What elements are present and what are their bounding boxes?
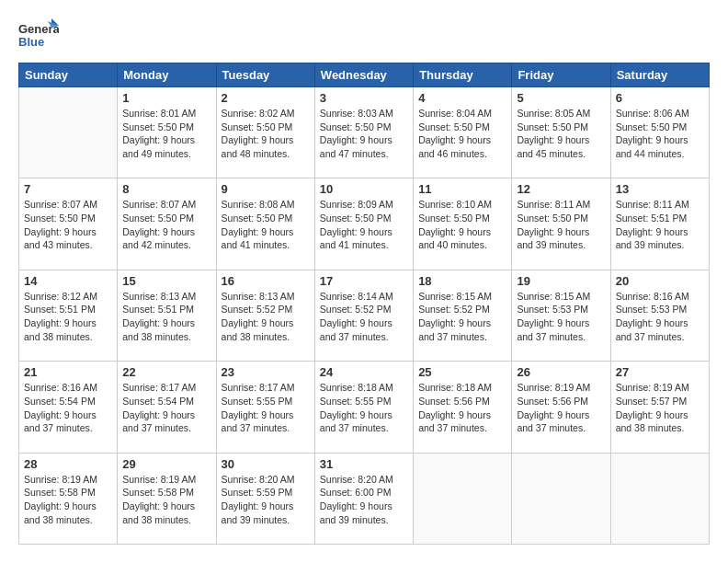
day-number: 5 <box>517 91 605 105</box>
calendar-cell: 1Sunrise: 8:01 AM Sunset: 5:50 PM Daylig… <box>118 87 216 178</box>
calendar-cell: 23Sunrise: 8:17 AM Sunset: 5:55 PM Dayli… <box>216 362 314 453</box>
day-info: Sunrise: 8:20 AM Sunset: 6:00 PM Dayligh… <box>320 473 408 527</box>
day-info: Sunrise: 8:19 AM Sunset: 5:58 PM Dayligh… <box>122 473 210 527</box>
calendar-week-5: 28Sunrise: 8:19 AM Sunset: 5:58 PM Dayli… <box>19 453 710 544</box>
calendar-cell: 29Sunrise: 8:19 AM Sunset: 5:58 PM Dayli… <box>118 453 216 544</box>
header: General Blue <box>18 18 710 52</box>
day-info: Sunrise: 8:07 AM Sunset: 5:50 PM Dayligh… <box>122 198 210 252</box>
day-number: 20 <box>616 274 704 288</box>
day-of-week-saturday: Saturday <box>610 63 709 87</box>
page: General Blue SundayMondayTuesdayWednesda… <box>0 0 728 563</box>
day-info: Sunrise: 8:11 AM Sunset: 5:50 PM Dayligh… <box>517 198 605 252</box>
calendar-cell: 22Sunrise: 8:17 AM Sunset: 5:54 PM Dayli… <box>118 362 216 453</box>
day-info: Sunrise: 8:01 AM Sunset: 5:50 PM Dayligh… <box>122 107 210 161</box>
day-number: 21 <box>24 365 112 379</box>
day-number: 24 <box>320 365 408 379</box>
calendar-cell: 7Sunrise: 8:07 AM Sunset: 5:50 PM Daylig… <box>19 178 118 270</box>
calendar-cell: 20Sunrise: 8:16 AM Sunset: 5:53 PM Dayli… <box>610 270 709 361</box>
calendar-cell: 3Sunrise: 8:03 AM Sunset: 5:50 PM Daylig… <box>314 87 413 178</box>
logo: General Blue <box>18 18 59 52</box>
day-of-week-wednesday: Wednesday <box>314 63 413 87</box>
calendar-cell <box>512 453 610 544</box>
day-number: 18 <box>418 274 506 288</box>
calendar-week-3: 14Sunrise: 8:12 AM Sunset: 5:51 PM Dayli… <box>19 270 710 361</box>
day-number: 8 <box>122 182 210 196</box>
day-info: Sunrise: 8:09 AM Sunset: 5:50 PM Dayligh… <box>320 198 408 252</box>
calendar-cell: 30Sunrise: 8:20 AM Sunset: 5:59 PM Dayli… <box>216 453 314 544</box>
day-info: Sunrise: 8:20 AM Sunset: 5:59 PM Dayligh… <box>222 473 310 527</box>
calendar-cell: 15Sunrise: 8:13 AM Sunset: 5:51 PM Dayli… <box>118 270 216 361</box>
day-info: Sunrise: 8:14 AM Sunset: 5:52 PM Dayligh… <box>320 290 408 344</box>
day-info: Sunrise: 8:02 AM Sunset: 5:50 PM Dayligh… <box>222 107 310 161</box>
calendar-week-4: 21Sunrise: 8:16 AM Sunset: 5:54 PM Dayli… <box>19 362 710 453</box>
day-number: 22 <box>122 365 210 379</box>
calendar-cell: 4Sunrise: 8:04 AM Sunset: 5:50 PM Daylig… <box>414 87 512 178</box>
day-number: 30 <box>222 457 310 471</box>
calendar-cell: 17Sunrise: 8:14 AM Sunset: 5:52 PM Dayli… <box>314 270 413 361</box>
calendar-cell: 10Sunrise: 8:09 AM Sunset: 5:50 PM Dayli… <box>314 178 413 270</box>
calendar-cell: 16Sunrise: 8:13 AM Sunset: 5:52 PM Dayli… <box>216 270 314 361</box>
day-info: Sunrise: 8:03 AM Sunset: 5:50 PM Dayligh… <box>320 107 408 161</box>
day-info: Sunrise: 8:15 AM Sunset: 5:52 PM Dayligh… <box>418 290 506 344</box>
day-of-week-friday: Friday <box>512 63 610 87</box>
calendar-cell: 26Sunrise: 8:19 AM Sunset: 5:56 PM Dayli… <box>512 362 610 453</box>
day-number: 28 <box>24 457 112 471</box>
calendar-cell: 27Sunrise: 8:19 AM Sunset: 5:57 PM Dayli… <box>610 362 709 453</box>
day-number: 10 <box>320 182 408 196</box>
day-info: Sunrise: 8:18 AM Sunset: 5:55 PM Dayligh… <box>320 381 408 435</box>
day-number: 11 <box>418 182 506 196</box>
calendar-cell: 21Sunrise: 8:16 AM Sunset: 5:54 PM Dayli… <box>19 362 118 453</box>
calendar-week-1: 1Sunrise: 8:01 AM Sunset: 5:50 PM Daylig… <box>19 87 710 178</box>
day-info: Sunrise: 8:16 AM Sunset: 5:53 PM Dayligh… <box>616 290 704 344</box>
day-of-week-thursday: Thursday <box>414 63 512 87</box>
day-number: 17 <box>320 274 408 288</box>
calendar-cell: 5Sunrise: 8:05 AM Sunset: 5:50 PM Daylig… <box>512 87 610 178</box>
calendar-cell: 18Sunrise: 8:15 AM Sunset: 5:52 PM Dayli… <box>414 270 512 361</box>
day-info: Sunrise: 8:15 AM Sunset: 5:53 PM Dayligh… <box>517 290 605 344</box>
calendar-cell: 14Sunrise: 8:12 AM Sunset: 5:51 PM Dayli… <box>19 270 118 361</box>
day-info: Sunrise: 8:13 AM Sunset: 5:51 PM Dayligh… <box>122 290 210 344</box>
day-of-week-sunday: Sunday <box>19 63 118 87</box>
calendar-cell: 13Sunrise: 8:11 AM Sunset: 5:51 PM Dayli… <box>610 178 709 270</box>
calendar-cell: 2Sunrise: 8:02 AM Sunset: 5:50 PM Daylig… <box>216 87 314 178</box>
calendar-week-2: 7Sunrise: 8:07 AM Sunset: 5:50 PM Daylig… <box>19 178 710 270</box>
calendar-cell: 31Sunrise: 8:20 AM Sunset: 6:00 PM Dayli… <box>314 453 413 544</box>
day-info: Sunrise: 8:04 AM Sunset: 5:50 PM Dayligh… <box>418 107 506 161</box>
day-number: 25 <box>418 365 506 379</box>
day-number: 4 <box>418 91 506 105</box>
day-info: Sunrise: 8:19 AM Sunset: 5:56 PM Dayligh… <box>517 381 605 435</box>
day-number: 15 <box>122 274 210 288</box>
day-number: 6 <box>616 91 704 105</box>
calendar-header-row: SundayMondayTuesdayWednesdayThursdayFrid… <box>19 63 710 87</box>
calendar-cell: 12Sunrise: 8:11 AM Sunset: 5:50 PM Dayli… <box>512 178 610 270</box>
day-info: Sunrise: 8:06 AM Sunset: 5:50 PM Dayligh… <box>616 107 704 161</box>
calendar-cell <box>19 87 118 178</box>
day-info: Sunrise: 8:05 AM Sunset: 5:50 PM Dayligh… <box>517 107 605 161</box>
day-number: 1 <box>122 91 210 105</box>
day-number: 23 <box>222 365 310 379</box>
day-number: 9 <box>222 182 310 196</box>
day-number: 3 <box>320 91 408 105</box>
day-number: 29 <box>122 457 210 471</box>
calendar-cell <box>414 453 512 544</box>
calendar-cell <box>610 453 709 544</box>
day-info: Sunrise: 8:19 AM Sunset: 5:58 PM Dayligh… <box>24 473 112 527</box>
day-number: 19 <box>517 274 605 288</box>
day-number: 12 <box>517 182 605 196</box>
day-info: Sunrise: 8:19 AM Sunset: 5:57 PM Dayligh… <box>616 381 704 435</box>
day-info: Sunrise: 8:11 AM Sunset: 5:51 PM Dayligh… <box>616 198 704 252</box>
day-info: Sunrise: 8:08 AM Sunset: 5:50 PM Dayligh… <box>222 198 310 252</box>
day-of-week-monday: Monday <box>118 63 216 87</box>
calendar-cell: 8Sunrise: 8:07 AM Sunset: 5:50 PM Daylig… <box>118 178 216 270</box>
calendar-cell: 11Sunrise: 8:10 AM Sunset: 5:50 PM Dayli… <box>414 178 512 270</box>
calendar-cell: 6Sunrise: 8:06 AM Sunset: 5:50 PM Daylig… <box>610 87 709 178</box>
day-number: 7 <box>24 182 112 196</box>
calendar-cell: 28Sunrise: 8:19 AM Sunset: 5:58 PM Dayli… <box>19 453 118 544</box>
calendar-table: SundayMondayTuesdayWednesdayThursdayFrid… <box>18 63 710 545</box>
day-info: Sunrise: 8:17 AM Sunset: 5:55 PM Dayligh… <box>222 381 310 435</box>
svg-text:Blue: Blue <box>18 35 44 49</box>
day-number: 2 <box>222 91 310 105</box>
calendar-cell: 19Sunrise: 8:15 AM Sunset: 5:53 PM Dayli… <box>512 270 610 361</box>
day-number: 14 <box>24 274 112 288</box>
calendar-cell: 24Sunrise: 8:18 AM Sunset: 5:55 PM Dayli… <box>314 362 413 453</box>
